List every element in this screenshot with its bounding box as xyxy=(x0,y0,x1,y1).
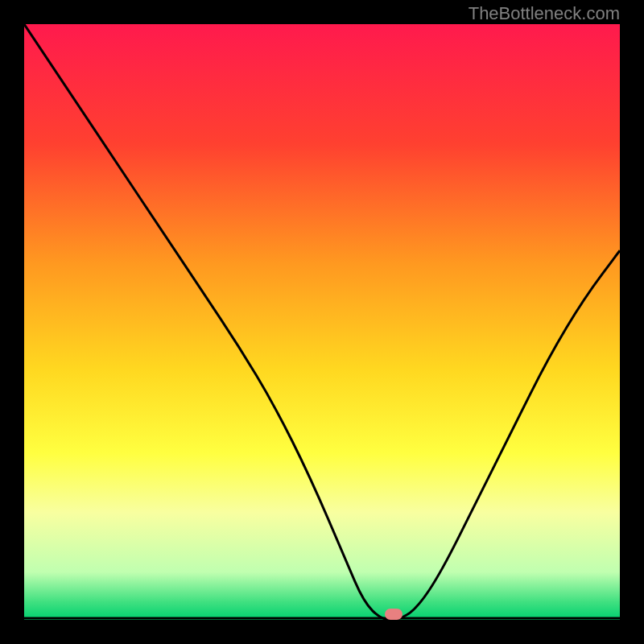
watermark-text: TheBottleneck.com xyxy=(469,3,620,24)
curve-layer xyxy=(24,24,620,620)
plot-area xyxy=(24,24,620,620)
bottleneck-curve xyxy=(24,24,620,620)
optimal-marker xyxy=(385,609,402,620)
chart-container: TheBottleneck.com xyxy=(0,0,644,644)
